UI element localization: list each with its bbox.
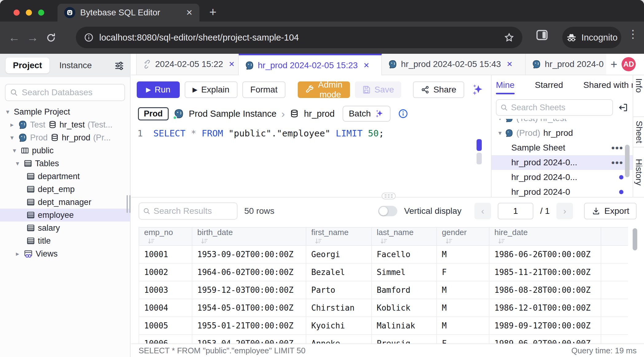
close-window-button[interactable]	[14, 10, 20, 16]
tree-item-project[interactable]: ▾ Sample Project	[0, 105, 130, 118]
back-button[interactable]: ←	[5, 31, 23, 44]
table-row[interactable]: 100031959-12-03T00:00:00ZPartoBamfordM19…	[139, 281, 628, 299]
sheet-group-hr-prod[interactable]: ▾ (Prod) hr_prod	[492, 126, 633, 140]
table-row[interactable]: 100041954-05-01T00:00:00ZChirstianKoblic…	[139, 299, 628, 317]
minimize-window-button[interactable]	[26, 10, 32, 16]
vertical-display-toggle[interactable]	[378, 206, 397, 216]
side-panel-icon[interactable]	[536, 30, 548, 40]
tree-item-table-department[interactable]: department	[0, 170, 130, 183]
column-header-emp-no[interactable]: emp_no	[139, 227, 192, 245]
editor-tab-4[interactable]: hr_prod 2024-0	[526, 54, 606, 75]
sort-icon[interactable]	[380, 237, 388, 245]
instance-name[interactable]: Prod Sample Instance	[189, 109, 277, 119]
caret-down-icon[interactable]: ▾	[14, 160, 21, 167]
sheet-search-box[interactable]	[496, 99, 613, 116]
sheet-item-unsaved-1[interactable]: hr_prod 2024-0...	[492, 170, 633, 185]
page-input[interactable]	[498, 203, 533, 219]
database-name[interactable]: hr_prod	[304, 109, 335, 119]
column-header-hire-date[interactable]: hire_date	[489, 227, 601, 245]
tree-item-table-dept-manager[interactable]: dept_manager	[0, 196, 130, 209]
sidebar-tab-project[interactable]: Project	[6, 57, 49, 73]
close-tab-icon[interactable]: ✕	[363, 61, 369, 70]
close-tab-icon[interactable]: ✕	[186, 8, 193, 18]
tree-item-tables-group[interactable]: ▾ Tables	[0, 157, 130, 170]
close-tab-icon[interactable]: ✕	[506, 60, 512, 69]
tree-item-schema-public[interactable]: ▾ public	[0, 144, 130, 157]
caret-down-icon[interactable]: ▾	[11, 147, 18, 154]
sheet-group-clipped[interactable]: ▾ (Test) hr_test	[492, 119, 633, 126]
run-button[interactable]: ▶ Run	[137, 81, 180, 98]
tree-item-hr-prod[interactable]: ▾ Prod hr_prod (Pr...	[0, 131, 130, 144]
caret-down-icon[interactable]: ▾	[4, 108, 11, 116]
editor-scrollbar-marker[interactable]	[477, 139, 482, 151]
panel-resize-handle[interactable]	[382, 193, 396, 199]
tab-mine[interactable]: Mine	[496, 80, 515, 90]
browser-tab[interactable]: Bytebase SQL Editor ✕	[57, 4, 199, 22]
share-button[interactable]: Share	[413, 81, 464, 98]
format-button[interactable]: Format	[242, 81, 286, 98]
close-tab-icon[interactable]: ✕	[229, 60, 235, 69]
new-sheet-button[interactable]: +	[611, 58, 617, 71]
prev-page-button[interactable]: ‹	[474, 203, 491, 219]
zoom-window-button[interactable]	[38, 10, 44, 16]
more-menu-icon[interactable]: •••	[611, 142, 623, 154]
save-button[interactable]: Save	[355, 81, 402, 98]
column-header-first-name[interactable]: first_name	[306, 227, 371, 245]
tab-shared-with-me[interactable]: Shared with me	[583, 80, 633, 90]
editor-tab-2-active[interactable]: hr_prod 2024-02-05 15:23 ✕	[239, 54, 382, 75]
filter-settings-icon[interactable]	[114, 60, 124, 71]
reload-button[interactable]	[42, 33, 60, 43]
connection-info-icon[interactable]	[398, 108, 408, 119]
admin-mode-button[interactable]: Admin mode	[298, 81, 350, 98]
user-avatar[interactable]: AD	[622, 57, 636, 71]
more-menu-icon[interactable]: •••	[611, 157, 623, 168]
sheet-search-input[interactable]	[511, 103, 609, 112]
sheet-item-selected[interactable]: hr_prod 2024-0... •••	[492, 155, 633, 170]
sort-icon[interactable]	[497, 237, 505, 245]
column-header-birth-date[interactable]: birth_date	[192, 227, 306, 245]
side-tab-info[interactable]: Info	[634, 78, 644, 93]
collapse-panel-icon[interactable]	[618, 102, 628, 113]
table-row[interactable]: 100021964-06-02T00:00:00ZBezalelSimmelF1…	[139, 263, 628, 281]
database-search[interactable]	[5, 84, 125, 101]
new-tab-button[interactable]: +	[205, 4, 221, 20]
sheet-item-unsaved-2[interactable]: hr_prod 2024-0	[492, 185, 633, 197]
browser-menu-icon[interactable]: ⋮	[627, 28, 638, 41]
editor-tab-3[interactable]: hr_prod 2024-02-05 15:43 ✕	[382, 54, 526, 75]
sort-icon[interactable]	[147, 237, 155, 245]
ai-sparkles-icon[interactable]	[469, 83, 486, 96]
table-row[interactable]: 100061953-04-20T00:00:00ZAnnekePreusigF1…	[139, 335, 628, 343]
sort-icon[interactable]	[200, 237, 208, 245]
site-info-icon[interactable]	[84, 33, 94, 42]
editor-tab-1[interactable]: 2024-02-05 15:22 ✕	[136, 54, 239, 75]
caret-right-icon[interactable]: ▸	[9, 121, 15, 128]
tree-item-table-employee[interactable]: employee	[0, 209, 130, 222]
sheet-item-sample[interactable]: Sample Sheet •••	[492, 140, 633, 155]
sheet-list-scrollbar[interactable]	[625, 145, 630, 177]
tree-item-hr-test[interactable]: ▸ Test hr_test (Test...	[0, 118, 130, 131]
database-search-input[interactable]	[22, 88, 120, 97]
results-scrollbar[interactable]	[633, 228, 637, 250]
sidebar-tab-instance[interactable]: Instance	[52, 57, 99, 73]
side-tab-history[interactable]: History	[634, 159, 644, 186]
table-row[interactable]: 100051955-01-21T00:00:00ZKyoichiMaliniak…	[139, 317, 628, 335]
explain-button[interactable]: ▶ Explain	[185, 81, 238, 98]
results-search-input[interactable]	[154, 206, 233, 216]
sidebar-resize-handle[interactable]	[127, 195, 131, 213]
side-tab-sheet[interactable]: Sheet	[633, 116, 644, 147]
table-row[interactable]: 100011953-09-02T00:00:00ZGeorgiFacelloM1…	[139, 245, 628, 263]
sort-icon[interactable]	[314, 237, 322, 245]
export-button[interactable]: Export	[584, 203, 637, 219]
caret-down-icon[interactable]: ▾	[9, 134, 15, 141]
column-header-last-name[interactable]: last_name	[371, 227, 437, 245]
batch-button[interactable]: Batch	[343, 106, 391, 122]
next-page-button[interactable]: ›	[556, 203, 573, 219]
tree-item-views-group[interactable]: ▸ Views	[0, 247, 130, 260]
editor-scrollbar-thumb[interactable]	[477, 153, 482, 164]
forward-button[interactable]: →	[23, 31, 42, 44]
url-bar[interactable]: localhost:8080/sql-editor/sheet/project-…	[76, 27, 522, 48]
caret-right-icon[interactable]: ▸	[14, 250, 21, 257]
tab-starred[interactable]: Starred	[535, 80, 563, 90]
results-table[interactable]: emp_no birth_date first_name last_name g…	[139, 227, 628, 343]
tree-item-table-title[interactable]: title	[0, 234, 130, 247]
